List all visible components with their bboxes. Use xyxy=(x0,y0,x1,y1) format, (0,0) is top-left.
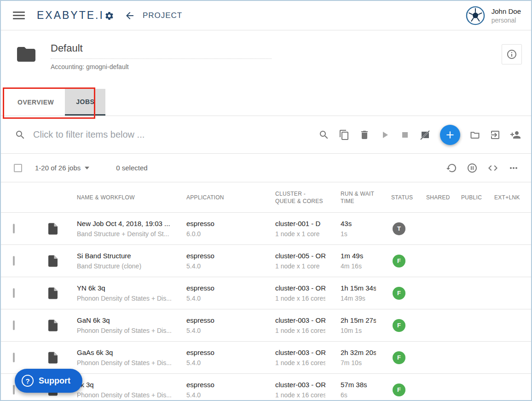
file-icon xyxy=(46,254,65,268)
job-name[interactable]: New Job Oct 4, 2018, 19:03 ... xyxy=(77,220,171,227)
table-row[interactable]: YN 6k 3qPhonon Density of States + Dis..… xyxy=(1,277,531,309)
job-cluster: cluster-001 - D xyxy=(275,220,325,227)
job-runtime: 1m 49s xyxy=(341,252,376,260)
job-cluster: cluster-003 - OR xyxy=(275,316,325,324)
job-app-version: 5.4.0 xyxy=(186,295,260,302)
tab-overview[interactable]: OVERVIEW xyxy=(6,89,65,116)
table-row[interactable]: GaN 6k 3qPhonon Density of States + Dis.… xyxy=(1,309,531,342)
status-badge: F xyxy=(393,255,405,267)
status-badge: F xyxy=(393,384,405,396)
project-title: Default xyxy=(51,42,272,54)
back-arrow-icon[interactable] xyxy=(124,10,135,21)
table-row[interactable]: Si Band StructureBand Structure (clone) … xyxy=(1,245,531,277)
job-app-version: 5.4.0 xyxy=(186,391,260,399)
col-shared: SHARED xyxy=(415,194,450,201)
job-name[interactable]: YN 6k 3q xyxy=(77,284,171,292)
job-name[interactable]: GaAs 6k 3q xyxy=(77,349,171,356)
project-folder-icon xyxy=(15,44,38,86)
job-runtime: 43s xyxy=(341,220,376,227)
table-row[interactable]: GaAs 6k 3qPhonon Density of States + Dis… xyxy=(1,342,531,374)
cancel-presentation-icon[interactable] xyxy=(420,129,431,140)
menu-icon[interactable] xyxy=(13,12,25,19)
job-cluster: cluster-005 - OR xyxy=(275,252,325,260)
open-in-icon[interactable] xyxy=(490,129,501,140)
support-button[interactable]: ? Support xyxy=(15,369,82,393)
copy-icon[interactable] xyxy=(339,129,350,140)
status-badge: F xyxy=(393,287,405,300)
folder-icon[interactable] xyxy=(469,129,480,140)
job-name[interactable]: Si Band Structure xyxy=(77,252,171,260)
job-application: espresso xyxy=(186,349,260,356)
info-button[interactable] xyxy=(502,44,522,64)
job-waittime: 14m 39s xyxy=(341,295,376,302)
job-cluster: cluster-003 - OR xyxy=(275,284,325,292)
code-icon[interactable] xyxy=(487,163,498,174)
pagination-dropdown[interactable]: 1-20 of 26 jobs xyxy=(35,164,89,172)
job-cluster: cluster-003 - OR xyxy=(275,381,325,389)
row-checkbox[interactable] xyxy=(13,224,15,233)
project-accounting: Accounting: gmogni-default xyxy=(51,63,272,70)
avatar[interactable] xyxy=(466,6,485,25)
table-row[interactable]: New Job Oct 4, 2018, 19:03 ...Band Struc… xyxy=(1,213,531,245)
filter-input[interactable] xyxy=(33,129,318,140)
user-name: John Doe xyxy=(492,7,521,15)
user-account: personal xyxy=(492,17,521,24)
selected-count: 0 selected xyxy=(116,164,147,172)
table-body: New Job Oct 4, 2018, 19:03 ...Band Struc… xyxy=(1,213,531,401)
tab-jobs[interactable]: JOBS xyxy=(65,89,105,116)
row-checkbox[interactable] xyxy=(13,288,15,298)
tab-bar: OVERVIEW JOBS xyxy=(1,86,531,116)
row-checkbox[interactable] xyxy=(13,256,15,266)
job-application: espresso xyxy=(186,316,260,324)
select-all-checkbox[interactable] xyxy=(14,164,22,172)
job-cores: 1 node x 16 cores xyxy=(275,391,325,399)
file-icon xyxy=(46,351,65,365)
filter-search-icon xyxy=(15,129,26,140)
logo-text: EXABYTE.I xyxy=(37,9,104,22)
job-workflow: Phonon Density of States + Dis... xyxy=(77,295,171,302)
row-checkbox[interactable] xyxy=(13,353,15,362)
col-ext: EXT+LNK xyxy=(483,194,531,201)
help-icon: ? xyxy=(22,375,34,387)
refresh-icon[interactable] xyxy=(446,163,457,174)
row-checkbox[interactable] xyxy=(13,385,15,395)
job-cores: 1 node x 16 cores xyxy=(275,327,325,334)
job-name[interactable]: 6k 3q xyxy=(77,381,171,389)
play-icon[interactable] xyxy=(379,129,390,140)
job-application: espresso xyxy=(186,284,260,292)
job-workflow: Band Structure + Density of St... xyxy=(77,230,171,238)
job-workflow: Phonon Density of States + Dis... xyxy=(77,359,171,366)
job-waittime: 7m 10s xyxy=(341,359,376,366)
delete-icon[interactable] xyxy=(359,129,370,140)
status-badge: T xyxy=(393,222,405,235)
row-checkbox[interactable] xyxy=(13,320,15,330)
job-waittime: 10m 1s xyxy=(341,327,376,334)
job-workflow: Band Structure (clone) xyxy=(77,262,171,270)
chevron-down-icon xyxy=(85,167,89,169)
job-cores: 1 node x 1 core xyxy=(275,262,325,270)
job-runtime: 57m 38s xyxy=(341,381,376,389)
job-cores: 1 node x 16 cores xyxy=(275,295,325,302)
job-app-version: 5.4.0 xyxy=(186,359,260,366)
job-cores: 1 node x 1 core xyxy=(275,230,325,238)
stop-icon[interactable] xyxy=(399,129,411,140)
search-icon[interactable] xyxy=(318,129,330,140)
add-collaborators-icon[interactable] xyxy=(510,129,521,140)
job-waittime: 1s xyxy=(341,230,376,238)
pause-icon[interactable] xyxy=(467,163,478,174)
add-job-button[interactable] xyxy=(440,125,460,145)
col-application: APPLICATION xyxy=(175,194,264,201)
col-run: RUN & WAIT TIME xyxy=(329,190,380,205)
job-waittime: 6s xyxy=(341,391,376,399)
job-waittime: 4m 16s xyxy=(341,262,376,270)
more-icon[interactable] xyxy=(508,163,519,174)
project-header: Default Accounting: gmogni-default xyxy=(1,30,531,86)
job-application: espresso xyxy=(186,381,260,389)
logo: EXABYTE.I xyxy=(37,9,114,22)
filter-bar xyxy=(1,116,531,154)
user-area: John Doe personal xyxy=(466,6,521,25)
selection-bar: 1-20 of 26 jobs 0 selected xyxy=(1,154,531,182)
job-name[interactable]: GaN 6k 3q xyxy=(77,316,171,324)
status-badge: F xyxy=(393,319,405,332)
support-label: Support xyxy=(39,376,70,386)
